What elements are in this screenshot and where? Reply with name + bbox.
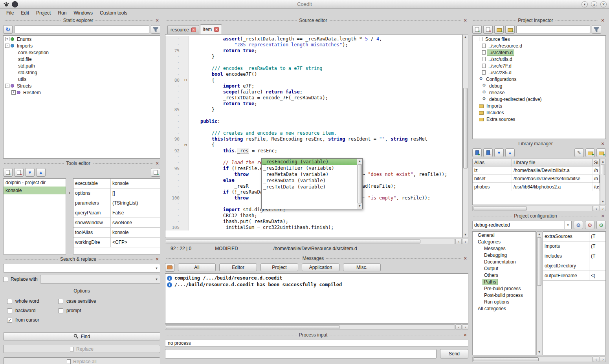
scrollbar-thumb[interactable] xyxy=(166,325,339,329)
register-project-library-button[interactable]: + xyxy=(585,148,595,157)
close-panel-icon[interactable]: ✕ xyxy=(600,214,605,219)
code-line[interactable]: · ihash.put(_resRawData); xyxy=(165,219,462,225)
inspector-tree-item[interactable]: debug-redirected (active) xyxy=(473,96,605,102)
option-case-sensitive[interactable]: case sensitive xyxy=(58,298,156,304)
close-panel-icon[interactable]: ✕ xyxy=(155,257,160,262)
config-property-row-value[interactable]: (T xyxy=(589,234,605,239)
menu-file[interactable]: File xyxy=(3,9,17,16)
close-panel-icon[interactable]: ✕ xyxy=(155,161,160,166)
completion-item[interactable]: _resIdentifier (variable) xyxy=(262,165,357,171)
scroll-right-button[interactable]: › xyxy=(600,206,606,211)
tab-resource[interactable]: resource✕ xyxy=(167,25,199,34)
fold-icon[interactable] xyxy=(183,142,189,148)
config-tree-item[interactable]: Pre-build process xyxy=(473,285,536,292)
tool-item[interactable]: konsole xyxy=(4,187,66,194)
messages-filter-project[interactable]: Project xyxy=(260,263,298,271)
send-button[interactable]: Send xyxy=(440,349,468,359)
symbol-filter-input[interactable] xyxy=(14,26,149,33)
scroll-right-button[interactable]: › xyxy=(462,324,468,330)
maximize-button[interactable]: ▴ xyxy=(591,1,597,7)
inspector-tree-item[interactable]: ../src/z85.d xyxy=(473,69,605,76)
menu-windows[interactable]: Windows xyxy=(70,9,96,16)
inspector-tree-item[interactable]: ../src/e7F.d xyxy=(473,62,605,69)
close-panel-icon[interactable]: ✕ xyxy=(463,333,468,338)
library-column-header[interactable]: Su xyxy=(592,159,600,166)
checkbox-checked[interactable]: ✓ xyxy=(7,318,12,323)
messages-filter-application[interactable]: Application xyxy=(302,263,339,271)
code-line[interactable]: 90 this(string resFile, ResEncoding resE… xyxy=(165,136,462,142)
code-line[interactable]: · /// encodes _resRawData to a e7F strin… xyxy=(165,66,462,71)
option-backward[interactable]: backward xyxy=(7,308,58,313)
open-library-project-button[interactable]: » xyxy=(596,148,606,157)
scroll-up-icon[interactable]: ▲ xyxy=(537,232,542,237)
filter-button[interactable] xyxy=(151,25,160,34)
editor-hscrollbar[interactable] xyxy=(165,239,455,244)
scroll-down-icon[interactable]: ▼ xyxy=(600,199,605,205)
code-line[interactable]: 92 this._res = resEnc; xyxy=(165,148,462,154)
messages-filter-all[interactable]: All xyxy=(178,263,216,271)
remove-source-button[interactable]: × xyxy=(483,25,493,34)
config-tree-item[interactable]: Documentation xyxy=(473,258,536,265)
sync-config-button[interactable]: ⚙ xyxy=(574,221,583,229)
scroll-up-icon[interactable]: ▲ xyxy=(357,159,362,164)
expander-icon[interactable]: - xyxy=(5,84,9,88)
menu-run[interactable]: Run xyxy=(55,9,70,16)
clear-messages-button[interactable] xyxy=(165,263,174,272)
configuration-select-value[interactable] xyxy=(473,221,564,229)
inspector-tree-item[interactable]: ../src/resource.d xyxy=(473,42,605,49)
add-source-button[interactable]: + xyxy=(472,25,482,34)
scrollbar-thumb[interactable] xyxy=(166,240,420,243)
completion-item[interactable]: _resTxtData (variable) xyxy=(262,184,357,190)
edit-library-button[interactable]: ✎ xyxy=(574,148,584,157)
config-property-row[interactable]: extraSources(T xyxy=(543,232,605,241)
messages-filter-misc[interactable]: Misc. xyxy=(343,263,381,271)
code-line[interactable]: 75 return true; xyxy=(165,48,462,54)
menu-project[interactable]: Project xyxy=(33,9,54,16)
close-panel-icon[interactable]: ✕ xyxy=(155,18,160,23)
tool-property-row[interactable]: workingDire<CFP> xyxy=(73,238,160,247)
config-tree-item[interactable]: All categories xyxy=(473,305,536,312)
scrollbar-thumb[interactable] xyxy=(463,88,468,168)
search-combo[interactable]: ▾ xyxy=(3,264,160,273)
inspector-tree-item[interactable]: ../src/utils.d xyxy=(473,56,605,62)
code-line[interactable]: · assert(_resTxtData.length == _resRawDa… xyxy=(165,36,462,42)
scroll-down-icon[interactable]: ▼ xyxy=(537,349,542,355)
scroll-down-icon[interactable]: ▼ xyxy=(357,203,362,209)
config-hscrollbar[interactable] xyxy=(472,357,592,362)
window-close-button[interactable]: ✕ xyxy=(600,1,607,7)
scroll-up-icon[interactable]: ▲ xyxy=(600,159,605,165)
add-folder-button[interactable]: + xyxy=(494,25,504,34)
library-row[interactable]: phobos/usr/lib64/libphobos2.a/us xyxy=(473,183,600,191)
scroll-up-icon[interactable]: ▲ xyxy=(463,35,468,40)
add-library-button[interactable]: + xyxy=(472,148,482,157)
clone-tool-button[interactable]: » xyxy=(151,168,160,177)
minimize-button[interactable]: ▾ xyxy=(581,1,588,7)
add-config-button[interactable]: ⚙ xyxy=(596,221,606,229)
inspector-tree-item[interactable]: ../src/item.d xyxy=(473,49,605,56)
code-line[interactable]: · bool encodee7F() xyxy=(165,71,462,77)
editor-vscrollbar[interactable]: ▲ ▼ xyxy=(462,34,468,238)
scrollbar-thumb[interactable] xyxy=(473,207,527,210)
replace-button[interactable]: Replace xyxy=(3,345,160,353)
completion-item[interactable]: _resEncoding (variable) xyxy=(262,159,357,165)
close-panel-icon[interactable]: ✕ xyxy=(600,18,605,23)
config-tree-item[interactable]: General xyxy=(473,232,536,238)
code-line[interactable]: · import e7F; xyxy=(165,83,462,89)
tool-property-row[interactable]: toolAliaskonsole xyxy=(73,228,160,238)
tool-property-row[interactable]: options[] xyxy=(73,188,160,198)
config-property-row[interactable]: includes(T xyxy=(543,251,605,261)
config-property-row[interactable]: objectDirectory xyxy=(543,261,605,271)
scrollbar-thumb[interactable] xyxy=(473,357,539,361)
expander-icon[interactable]: + xyxy=(5,37,9,41)
scroll-left-button[interactable]: ‹ xyxy=(455,324,462,330)
tool-property-row-value[interactable]: swoNone xyxy=(111,220,160,225)
menu-custom-tools[interactable]: Custom tools xyxy=(97,9,130,16)
config-tree-item[interactable]: Post-build process xyxy=(473,292,536,298)
scrollbar-thumb[interactable] xyxy=(358,164,362,203)
option-whole-word[interactable]: whole word xyxy=(7,298,58,304)
message-line[interactable]: icompiling /.../build/resource.d.coedit xyxy=(167,275,466,281)
completion-item[interactable]: _resMetaData (variable) xyxy=(262,171,357,177)
code-line[interactable]: 80 { xyxy=(165,77,462,83)
config-tree-item[interactable]: Others xyxy=(473,272,536,278)
tool-property-row-value[interactable]: (TStringList) xyxy=(111,200,160,206)
